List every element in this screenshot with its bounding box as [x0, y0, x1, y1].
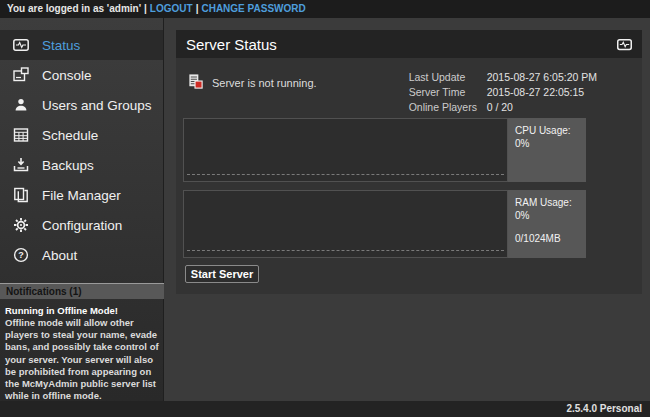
sidebar-item-about[interactable]: ? About	[0, 240, 163, 270]
ram-usage-meter: RAM Usage: 0% 0/1024MB	[508, 190, 586, 258]
ram-usage-detail: 0/1024MB	[515, 232, 586, 245]
sidebar-item-label: Users and Groups	[42, 98, 152, 113]
server-info-table: Last Update 2015-08-27 6:05:20 PM Server…	[409, 70, 597, 115]
configuration-icon	[13, 217, 29, 233]
page-title: Server Status	[186, 36, 277, 53]
panel-header: Server Status	[176, 30, 642, 58]
about-icon: ?	[13, 247, 29, 263]
cpu-usage-value: 0%	[515, 137, 586, 150]
notifications-header[interactable]: Notifications (1)	[0, 283, 164, 299]
sidebar-item-label: Status	[42, 38, 80, 53]
ram-usage-value: 0%	[515, 209, 586, 222]
info-value: 2015-08-27 22:05:15	[487, 85, 585, 100]
footer-bar: 2.5.4.0 Personal	[0, 401, 650, 417]
server-state-text: Server is not running.	[212, 77, 317, 89]
sidebar-item-label: Backups	[42, 158, 94, 173]
sidebar-item-label: About	[42, 248, 77, 263]
sidebar-item-label: Schedule	[42, 128, 98, 143]
server-info-row: Server is not running. Last Update 2015-…	[187, 70, 597, 115]
info-label: Online Players	[409, 100, 487, 115]
backups-icon	[13, 157, 29, 173]
info-label: Last Update	[409, 70, 487, 85]
start-server-button[interactable]: Start Server	[185, 265, 259, 283]
chart-baseline	[187, 250, 504, 251]
sidebar-item-console[interactable]: Console	[0, 60, 163, 90]
sidebar-item-schedule[interactable]: Schedule	[0, 120, 163, 150]
sidebar-item-configuration[interactable]: Configuration	[0, 210, 163, 240]
version-text: 2.5.4.0 Personal	[566, 403, 642, 414]
cpu-usage-meter: CPU Usage: 0%	[508, 118, 586, 182]
change-password-link[interactable]: CHANGE PASSWORD	[201, 3, 305, 14]
console-icon	[13, 67, 29, 83]
file-manager-icon	[13, 187, 29, 203]
chart-baseline	[187, 174, 504, 175]
cpu-usage-chart	[183, 118, 508, 182]
sidebar-item-backups[interactable]: Backups	[0, 150, 163, 180]
users-icon	[13, 97, 29, 113]
info-label: Server Time	[409, 85, 487, 100]
cpu-usage-label: CPU Usage:	[515, 124, 586, 137]
info-row-online-players: Online Players 0 / 20	[409, 100, 597, 115]
ram-usage-label: RAM Usage:	[515, 196, 586, 209]
sidebar-item-users-and-groups[interactable]: Users and Groups	[0, 90, 163, 120]
sidebar-item-label: File Manager	[42, 188, 121, 203]
sidebar-item-file-manager[interactable]: File Manager	[0, 180, 163, 210]
schedule-icon	[13, 127, 29, 143]
topbar: You are logged in as 'admin'|LOGOUT|CHAN…	[0, 0, 650, 18]
separator: |	[141, 3, 150, 14]
info-row-server-time: Server Time 2015-08-27 22:05:15	[409, 85, 597, 100]
notification-item: Running in Offline Mode! Offline mode wi…	[0, 299, 164, 402]
info-value: 2015-08-27 6:05:20 PM	[487, 70, 597, 85]
sidebar-item-label: Console	[42, 68, 92, 83]
svg-text:?: ?	[18, 250, 24, 260]
ram-usage-chart	[183, 190, 508, 258]
sidebar: Status Console Users and Groups	[0, 18, 164, 417]
info-value: 0 / 20	[487, 100, 513, 115]
server-stopped-icon	[187, 73, 204, 92]
notification-text: Offline mode will allow other players to…	[5, 317, 159, 402]
logout-link[interactable]: LOGOUT	[150, 3, 193, 14]
sidebar-item-status[interactable]: Status	[0, 30, 163, 60]
sidebar-item-label: Configuration	[42, 218, 122, 233]
logged-in-text: You are logged in as 'admin'	[7, 3, 141, 14]
status-icon	[13, 37, 29, 53]
info-row-last-update: Last Update 2015-08-27 6:05:20 PM	[409, 70, 597, 85]
notifications-panel: Notifications (1) Running in Offline Mod…	[0, 283, 164, 402]
sidebar-nav: Status Console Users and Groups	[0, 18, 163, 270]
status-icon	[617, 37, 632, 52]
server-state: Server is not running.	[187, 70, 317, 92]
server-status-panel: Server Status Server is not running. Las…	[176, 30, 642, 294]
notification-title: Running in Offline Mode!	[5, 305, 159, 317]
